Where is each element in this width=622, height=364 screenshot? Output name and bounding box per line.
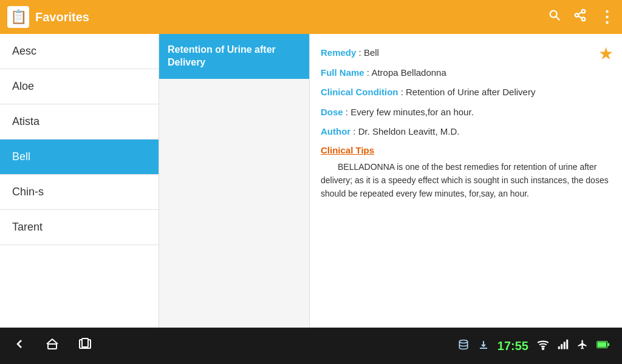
status-right: 17:55 [457,339,610,353]
svg-line-1 [556,16,559,20]
middle-panel: Retention of Urine after Delivery [159,34,310,328]
svg-rect-14 [558,346,560,349]
svg-rect-7 [48,344,56,349]
nav-icons [12,337,92,355]
storage-icon [457,339,470,353]
more-options-icon[interactable]: ⋮ [599,8,615,27]
author-row: Author : Dr. Sheldon Leavitt, M.D. [321,125,610,139]
favorite-star-icon[interactable]: ★ [598,44,613,64]
sidebar-item-tarent[interactable]: Tarent [0,210,159,245]
svg-line-5 [578,16,582,18]
svg-rect-16 [564,342,566,349]
svg-rect-9 [82,339,88,347]
remedy-value: Bell [364,47,379,58]
svg-point-0 [550,11,557,18]
svg-point-2 [582,10,586,13]
svg-line-6 [578,12,582,15]
author-label: Author [321,126,350,136]
detail-panel: ★ Remedy : Bell Full Name : Atropa Bella… [310,34,622,328]
app-title: Favorites [35,10,536,24]
clinical-tips-text: BELLADONNA is one of the best remedies f… [321,160,610,201]
download-icon [478,339,489,352]
sidebar-item-atista[interactable]: Atista [0,104,159,140]
remedy-row: Remedy : Bell [321,46,610,60]
fullname-value: Atropa Belladonna [371,67,446,78]
bottom-bar: 17:55 [0,328,622,364]
back-icon[interactable] [12,337,27,355]
sidebar-item-aesc[interactable]: Aesc [0,34,159,69]
battery-icon [596,340,610,352]
author-colon: : [353,126,358,136]
condition-label: Clinical Condition [321,87,398,97]
dose-colon: : [346,107,350,117]
condition-colon: : [401,87,406,97]
svg-point-10 [459,340,467,343]
svg-rect-20 [607,343,609,346]
sidebar-item-bell[interactable]: Bell [0,140,159,175]
signal-icon [558,339,569,352]
svg-rect-19 [598,342,606,347]
status-time: 17:55 [497,339,528,353]
author-value: Dr. Sheldon Leavitt, M.D. [358,126,460,136]
svg-point-4 [582,18,586,21]
search-icon[interactable] [548,8,561,25]
sidebar-item-chin-s[interactable]: Chin-s [0,175,159,210]
share-icon[interactable] [573,8,587,25]
app-icon: 📋 [7,6,29,28]
dose-label: Dose [321,107,343,117]
home-icon[interactable] [45,337,60,355]
condition-value: Retention of Urine after Delivery [406,87,535,97]
top-bar: 📋 Favorites ⋮ [0,0,622,34]
fullname-row: Full Name : Atropa Belladonna [321,66,610,80]
main-content: Aesc Aloe Atista Bell Chin-s Tarent Rete… [0,34,622,328]
condition-row: Clinical Condition : Retention of Urine … [321,86,610,99]
svg-rect-17 [566,340,568,349]
clinical-tips-link[interactable]: Clinical Tips [321,145,610,155]
svg-point-3 [575,13,579,17]
recents-icon[interactable] [78,337,92,355]
svg-point-13 [542,348,544,349]
condition-item[interactable]: Retention of Urine after Delivery [159,34,309,79]
sidebar-item-aloe[interactable]: Aloe [0,69,159,104]
svg-rect-15 [561,344,562,349]
wifi-icon [537,339,549,353]
airplane-icon [577,339,588,352]
remedy-colon: : [359,47,364,58]
sidebar: Aesc Aloe Atista Bell Chin-s Tarent [0,34,159,328]
remedy-label: Remedy [321,47,356,58]
dose-value: Every few minutes,for an hour. [350,107,474,117]
fullname-label: Full Name [321,67,364,78]
dose-row: Dose : Every few minutes,for an hour. [321,106,610,120]
